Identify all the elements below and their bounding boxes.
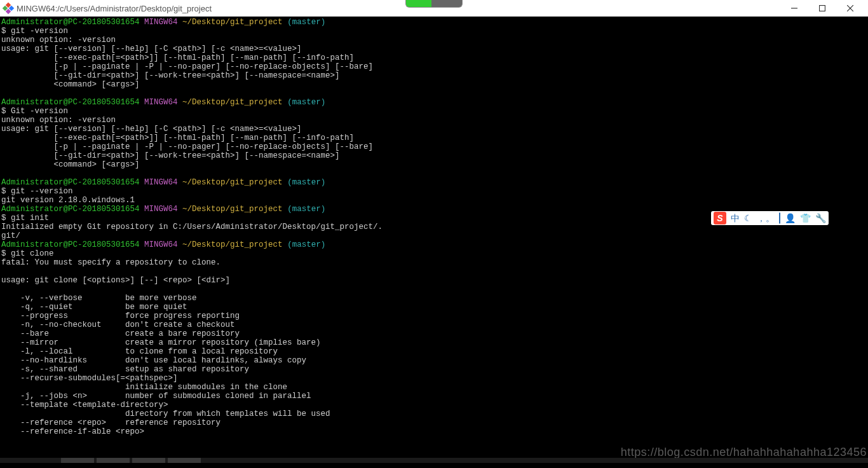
ime-logo-icon[interactable]: S [714,212,726,224]
top-gauge-decoration [405,0,463,8]
moon-icon[interactable]: ☾ [744,214,752,223]
punctuation-icon[interactable]: ，。 [757,214,775,223]
terminal-output: Administrator@PC-201805301654 MINGW64 ~/… [0,17,868,436]
terminal-viewport[interactable]: Administrator@PC-201805301654 MINGW64 ~/… [0,17,868,463]
ime-language-bar[interactable]: S 中 ☾ ，。 👤 👕 🔧 [711,211,829,225]
window-maximize-button[interactable] [808,0,836,17]
window-close-button[interactable] [836,0,864,17]
keyboard-icon[interactable] [779,214,780,223]
watermark-text: https://blog.csdn.net/hahahhahahahha1234… [621,446,868,459]
svg-rect-1 [820,6,825,11]
wrench-icon[interactable]: 🔧 [815,214,826,223]
ime-lang-toggle[interactable]: 中 [731,214,740,223]
window-title: MINGW64:/c/Users/Administrator/Desktop/g… [17,4,212,13]
app-icon [4,4,13,13]
bottom-tab-strip [0,458,868,463]
shirt-icon[interactable]: 👕 [800,214,811,223]
person-icon[interactable]: 👤 [785,214,796,223]
window-minimize-button[interactable] [780,0,808,17]
